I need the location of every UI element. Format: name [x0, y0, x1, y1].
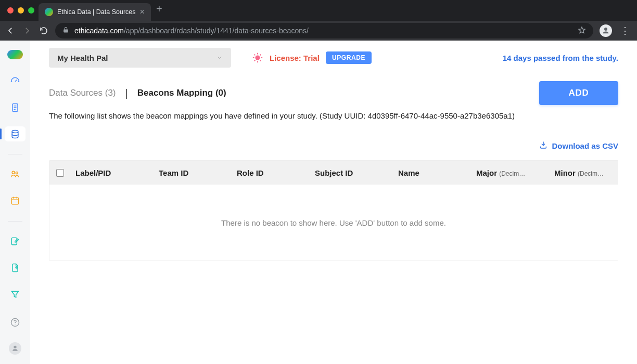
- sidebar: [0, 41, 30, 364]
- browser-chrome: Ethica Data | Data Sources × + ethicadat…: [0, 0, 637, 41]
- breadcrumb: Data Sources (3) | Beacons Mapping (0): [49, 87, 226, 99]
- window-controls: [4, 0, 39, 21]
- sidebar-item-dashboard[interactable]: [5, 74, 26, 89]
- svg-point-8: [255, 55, 260, 60]
- app-root: My Health Pal License: Trial UPGRADE 14 …: [0, 41, 637, 364]
- app-logo-icon[interactable]: [7, 50, 23, 59]
- license-label: License: Trial: [270, 54, 320, 62]
- reload-button[interactable]: [39, 25, 49, 36]
- breadcrumb-separator: |: [125, 87, 128, 99]
- sidebar-divider: [8, 154, 22, 154]
- study-selector[interactable]: My Health Pal: [49, 48, 231, 68]
- download-icon: [539, 141, 547, 151]
- chevron-down-icon: [216, 54, 223, 62]
- bookmark-icon[interactable]: [578, 26, 586, 36]
- back-button[interactable]: [5, 25, 16, 36]
- top-bar: My Health Pal License: Trial UPGRADE 14 …: [49, 48, 618, 68]
- add-button[interactable]: ADD: [539, 81, 618, 105]
- lock-icon: [62, 27, 69, 35]
- table-body-empty: There is no beacon to show here. Use 'AD…: [49, 185, 618, 261]
- minimize-window-icon[interactable]: [18, 7, 24, 14]
- col-major[interactable]: Major (Decim…: [476, 168, 554, 177]
- col-subject-id[interactable]: Subject ID: [315, 168, 398, 177]
- close-tab-icon[interactable]: ×: [140, 8, 145, 16]
- license-section: License: Trial UPGRADE: [252, 51, 372, 64]
- sidebar-item-data-sources[interactable]: [5, 126, 26, 141]
- url-text: ethicadata.com/app/dashboard/rdash/study…: [74, 27, 572, 35]
- download-csv-label: Download as CSV: [552, 141, 618, 150]
- svg-point-2: [12, 172, 15, 174]
- profile-avatar-icon[interactable]: [600, 24, 612, 37]
- sidebar-item-help[interactable]: [5, 313, 26, 332]
- browser-tab[interactable]: Ethica Data | Data Sources ×: [39, 3, 151, 21]
- address-bar[interactable]: ethicadata.com/app/dashboard/rdash/study…: [55, 23, 593, 38]
- user-avatar-icon[interactable]: [9, 342, 21, 355]
- col-name[interactable]: Name: [398, 168, 476, 177]
- sidebar-divider: [8, 221, 22, 222]
- sidebar-item-export[interactable]: [5, 260, 26, 275]
- tab-strip: Ethica Data | Data Sources × +: [0, 0, 637, 21]
- upgrade-button[interactable]: UPGRADE: [326, 51, 372, 64]
- svg-rect-4: [11, 198, 18, 204]
- main-content: My Health Pal License: Trial UPGRADE 14 …: [30, 41, 637, 364]
- new-tab-button[interactable]: +: [151, 3, 168, 18]
- breadcrumb-row: Data Sources (3) | Beacons Mapping (0) A…: [49, 81, 618, 105]
- tab-title: Ethica Data | Data Sources: [57, 8, 136, 16]
- col-minor[interactable]: Minor (Decim…: [554, 168, 622, 177]
- table-header: Label/PID Team ID Role ID Subject ID Nam…: [49, 161, 618, 185]
- sidebar-item-edit[interactable]: [5, 233, 26, 249]
- maximize-window-icon[interactable]: [28, 7, 34, 14]
- svg-point-7: [15, 324, 16, 325]
- col-role-id[interactable]: Role ID: [237, 168, 315, 177]
- breadcrumb-beacons: Beacons Mapping (0): [137, 88, 226, 98]
- download-row: Download as CSV: [49, 141, 618, 151]
- col-label-pid[interactable]: Label/PID: [75, 168, 159, 177]
- svg-point-1: [12, 130, 18, 133]
- empty-state-message: There is no beacon to show here. Use 'AD…: [221, 218, 446, 227]
- virus-icon: [252, 52, 263, 63]
- sidebar-item-calendar[interactable]: [5, 193, 26, 209]
- beacons-table: Label/PID Team ID Role ID Subject ID Nam…: [49, 160, 618, 261]
- forward-button[interactable]: [22, 25, 32, 36]
- download-csv-link[interactable]: Download as CSV: [539, 141, 618, 151]
- favicon-icon: [45, 8, 53, 16]
- sidebar-item-participants[interactable]: [5, 167, 26, 182]
- breadcrumb-data-sources[interactable]: Data Sources (3): [49, 88, 116, 98]
- page-description: The following list shows the beacon mapp…: [49, 111, 618, 120]
- days-passed-link[interactable]: 14 days passed from the study.: [503, 54, 618, 62]
- sidebar-item-surveys[interactable]: [5, 100, 26, 115]
- close-window-icon[interactable]: [7, 7, 14, 14]
- select-all-checkbox[interactable]: [49, 169, 75, 177]
- browser-toolbar: ethicadata.com/app/dashboard/rdash/study…: [0, 21, 637, 41]
- sidebar-item-funnel[interactable]: [5, 287, 26, 302]
- col-team-id[interactable]: Team ID: [159, 168, 237, 177]
- svg-point-3: [16, 172, 18, 174]
- svg-rect-5: [11, 238, 17, 244]
- study-name: My Health Pal: [57, 54, 108, 62]
- browser-menu-icon[interactable]: ⋮: [618, 25, 632, 36]
